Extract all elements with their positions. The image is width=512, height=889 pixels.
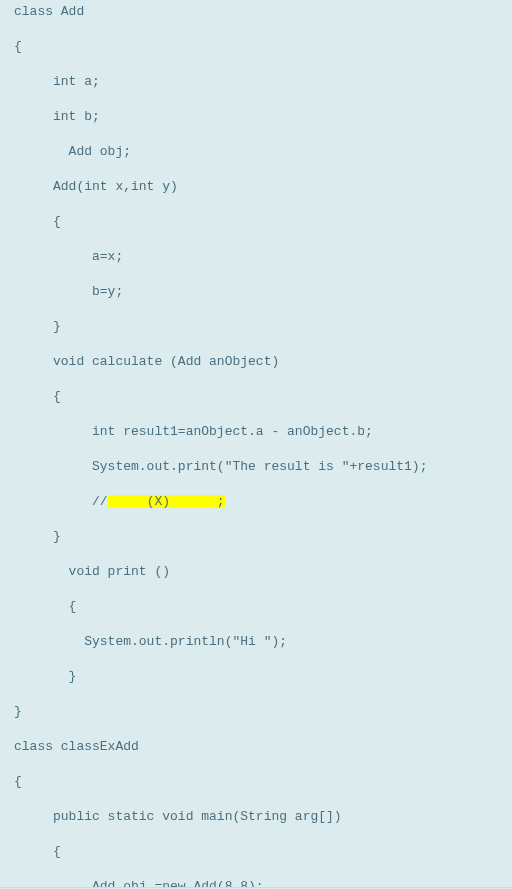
code-line: Add(int x,int y) bbox=[14, 179, 512, 194]
blank-line bbox=[14, 719, 512, 739]
blank-line bbox=[14, 124, 512, 144]
blank-line bbox=[14, 649, 512, 669]
blank-line bbox=[14, 299, 512, 319]
blank-line bbox=[14, 859, 512, 879]
code-line: { bbox=[14, 39, 512, 54]
code-line: public static void main(String arg[]) bbox=[14, 809, 512, 824]
code-line: a=x; bbox=[14, 249, 512, 264]
blank-line bbox=[14, 264, 512, 284]
code-line: { bbox=[14, 389, 512, 404]
blank-line bbox=[14, 579, 512, 599]
code-line: class classExAdd bbox=[14, 739, 512, 754]
code-line: int result1=anObject.a - anObject.b; bbox=[14, 424, 512, 439]
blank-line bbox=[14, 404, 512, 424]
blank-line bbox=[14, 754, 512, 774]
code-line: int b; bbox=[14, 109, 512, 124]
blank-line bbox=[14, 684, 512, 704]
blank-line bbox=[14, 509, 512, 529]
blank-line bbox=[14, 369, 512, 389]
blank-line bbox=[14, 614, 512, 634]
code-line: } bbox=[14, 529, 512, 544]
blank-line bbox=[14, 159, 512, 179]
code-line: { bbox=[14, 599, 512, 614]
code-line: { bbox=[14, 844, 512, 859]
blank-line bbox=[14, 544, 512, 564]
code-line: void print () bbox=[14, 564, 512, 579]
code-line: Add obj; bbox=[14, 144, 512, 159]
code-line: class Add bbox=[14, 4, 512, 19]
code-block: class Add { int a; int b; Add obj; Add(i… bbox=[0, 0, 512, 889]
blank-line bbox=[14, 229, 512, 249]
blank-line bbox=[14, 789, 512, 809]
blank-line bbox=[14, 474, 512, 494]
code-line: } bbox=[14, 669, 512, 684]
code-line: } bbox=[14, 319, 512, 334]
code-line: { bbox=[14, 774, 512, 789]
code-line-blank-x: // (X) ; bbox=[14, 494, 512, 509]
code-line: System.out.println("Hi "); bbox=[14, 634, 512, 649]
blank-line bbox=[14, 439, 512, 459]
code-line: System.out.print("The result is "+result… bbox=[14, 459, 512, 474]
blank-line bbox=[14, 89, 512, 109]
highlighted-blank: (X) ; bbox=[108, 495, 225, 508]
code-line: b=y; bbox=[14, 284, 512, 299]
blank-line bbox=[14, 54, 512, 74]
code-line: void calculate (Add anObject) bbox=[14, 354, 512, 369]
comment-prefix: // bbox=[14, 495, 108, 508]
blank-line bbox=[14, 334, 512, 354]
blank-line bbox=[14, 824, 512, 844]
code-line: { bbox=[14, 214, 512, 229]
blank-line bbox=[14, 19, 512, 39]
code-line: int a; bbox=[14, 74, 512, 89]
blank-line bbox=[14, 194, 512, 214]
code-line: } bbox=[14, 704, 512, 719]
